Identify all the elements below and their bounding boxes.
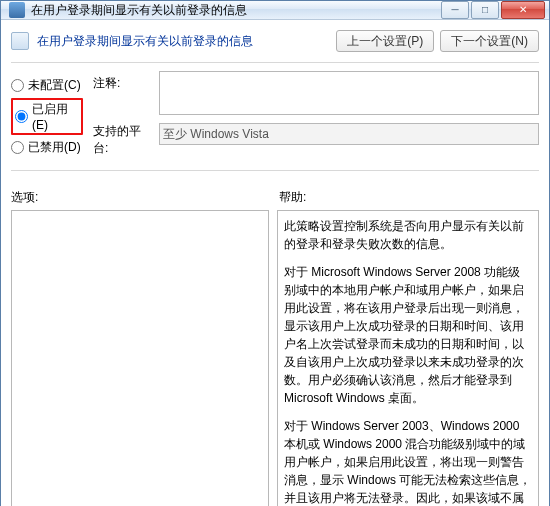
help-pane[interactable]: 此策略设置控制系统是否向用户显示有关以前的登录和登录失败次数的信息。对于 Mic…	[277, 210, 539, 506]
help-label: 帮助:	[279, 189, 306, 206]
platform-textarea	[159, 123, 539, 145]
help-paragraph: 此策略设置控制系统是否向用户显示有关以前的登录和登录失败次数的信息。	[284, 217, 532, 253]
content-area: 在用户登录期间显示有关以前登录的信息 上一个设置(P) 下一个设置(N) 未配置…	[1, 20, 549, 506]
window-title: 在用户登录期间显示有关以前登录的信息	[31, 2, 441, 19]
help-paragraph: 对于 Microsoft Windows Server 2008 功能级别域中的…	[284, 263, 532, 407]
policy-icon	[11, 32, 29, 50]
comment-label: 注释:	[93, 71, 149, 119]
radio-disabled-input[interactable]	[11, 141, 24, 154]
app-icon	[9, 2, 25, 18]
maximize-button[interactable]: □	[471, 1, 499, 19]
divider-2	[11, 170, 539, 171]
options-label: 选项:	[11, 189, 269, 206]
divider	[11, 62, 539, 63]
radio-not-configured[interactable]: 未配置(C)	[11, 77, 83, 94]
next-setting-button[interactable]: 下一个设置(N)	[440, 30, 539, 52]
radio-group: 未配置(C) 已启用(E) 已禁用(D)	[11, 71, 83, 160]
radio-not-configured-label: 未配置(C)	[28, 77, 81, 94]
radio-enabled[interactable]: 已启用(E)	[15, 101, 79, 132]
dialog-window: 在用户登录期间显示有关以前登录的信息 ─ □ ✕ 在用户登录期间显示有关以前登录…	[0, 0, 550, 506]
titlebar[interactable]: 在用户登录期间显示有关以前登录的信息 ─ □ ✕	[1, 1, 549, 20]
previous-setting-button[interactable]: 上一个设置(P)	[336, 30, 434, 52]
radio-enabled-label: 已启用(E)	[32, 101, 79, 132]
window-controls: ─ □ ✕	[441, 1, 545, 19]
radio-disabled-label: 已禁用(D)	[28, 139, 81, 156]
policy-title: 在用户登录期间显示有关以前登录的信息	[37, 33, 328, 50]
comment-textarea[interactable]	[159, 71, 539, 115]
radio-not-configured-input[interactable]	[11, 79, 24, 92]
radio-enabled-input[interactable]	[15, 110, 28, 123]
radio-disabled[interactable]: 已禁用(D)	[11, 139, 83, 156]
platform-label: 支持的平台:	[93, 119, 149, 145]
help-paragraph: 对于 Windows Server 2003、Windows 2000 本机或 …	[284, 417, 532, 506]
options-pane[interactable]	[11, 210, 269, 506]
close-button[interactable]: ✕	[501, 1, 545, 19]
minimize-button[interactable]: ─	[441, 1, 469, 19]
